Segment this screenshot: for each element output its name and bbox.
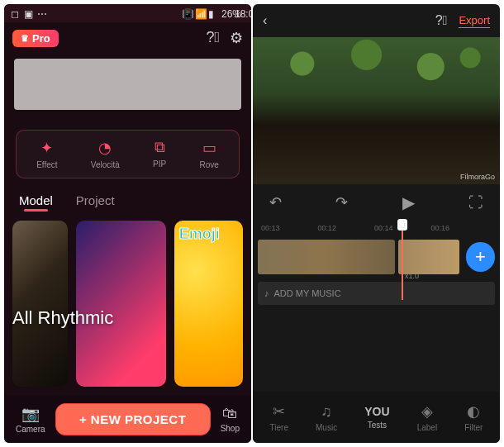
tool-tiere[interactable]: ✂ Tiere	[270, 402, 288, 432]
quick-tools: ✦ Effect ◔ Velocità ⧉ PIP ▭ Rove	[16, 130, 240, 178]
battery-text: 26%	[221, 8, 231, 18]
music-icon: ♫	[321, 403, 332, 421]
status-icons-left: ◻ ▣ ⋯	[11, 8, 47, 18]
music-label: ADD MY MUSIC	[274, 288, 341, 298]
ruler-tick: 00:12	[318, 224, 337, 232]
editor-toolbar: ✂ Tiere ♫ Music YOU Tests ◈ Label ◐ Filt…	[253, 392, 500, 443]
tool-pip[interactable]: ⧉ PIP	[153, 139, 166, 169]
tool-music[interactable]: ♫ Music	[316, 403, 337, 432]
redo-icon[interactable]: ↷	[335, 193, 348, 212]
editor-screen: ‹ ?⃝ Export FilmoraGo ↶ ↷ ▶ ⛶ 00:13 00:1…	[253, 4, 500, 443]
template-card[interactable]	[76, 221, 166, 387]
editor-top-bar: ‹ ?⃝ Export	[253, 4, 500, 37]
camera-icon: 📷	[21, 405, 40, 423]
effect-icon: ✦	[40, 139, 53, 157]
tool-effect[interactable]: ✦ Effect	[36, 139, 57, 169]
undo-icon[interactable]: ↶	[269, 193, 282, 212]
label-icon: ◈	[421, 402, 433, 421]
video-clip[interactable]	[258, 240, 395, 274]
tab-project[interactable]: Project	[76, 193, 115, 207]
rove-icon: ▭	[202, 139, 216, 157]
shop-icon: 🛍	[222, 405, 237, 422]
music-icon: ♪	[264, 288, 269, 298]
new-project-button[interactable]: + NEW PROJECT	[55, 403, 211, 435]
template-carousel[interactable]: Emoji All Rhythmic	[4, 212, 251, 395]
tool-velocity[interactable]: ◔ Velocità	[91, 139, 120, 169]
scissors-icon: ✂	[273, 402, 285, 421]
shop-button[interactable]: 🛍 Shop	[216, 402, 245, 436]
wifi-icon: 📶	[195, 8, 205, 18]
bottom-bar: 📷 Camera + NEW PROJECT 🛍 Shop	[4, 395, 251, 443]
camera-button[interactable]: 📷 Camera	[11, 402, 50, 437]
timeline-ruler: 00:13 00:12 00:14 00:16	[253, 221, 500, 235]
pro-badge[interactable]: ♛ Pro	[12, 30, 59, 47]
tool-text[interactable]: YOU Tests	[364, 405, 389, 430]
back-icon[interactable]: ‹	[263, 13, 267, 28]
music-track[interactable]: ♪ ADD MY MUSIC	[258, 282, 495, 305]
export-button[interactable]: Export	[459, 14, 490, 28]
ad-placeholder[interactable]	[14, 59, 241, 110]
tab-model[interactable]: Model	[19, 193, 53, 207]
ruler-tick: 00:13	[261, 224, 280, 232]
playhead[interactable]	[402, 221, 403, 300]
speed-icon: ◔	[98, 139, 112, 157]
tool-filter[interactable]: ◐ Filter	[464, 402, 483, 432]
signal-icon: ▮	[208, 8, 218, 18]
notification-icon: ⋯	[37, 8, 47, 18]
tool-label[interactable]: ◈ Label	[417, 402, 437, 432]
app-top-bar: ♛ Pro ?⃝ ⚙	[4, 22, 251, 54]
carousel-hero-label: All Rhythmic	[4, 307, 113, 329]
play-button[interactable]: ▶	[402, 193, 415, 212]
vibrate-icon: 📳	[182, 8, 192, 18]
video-preview[interactable]: FilmoraGo	[253, 37, 500, 184]
help-icon[interactable]: ?⃝	[435, 13, 448, 28]
android-status-bar: ◻ ▣ ⋯ 📳 📶 ▮ 26% 18:05	[4, 4, 251, 22]
home-screen: ◻ ▣ ⋯ 📳 📶 ▮ 26% 18:05 ♛ Pro ?⃝ ⚙ ✦ Effec…	[4, 4, 251, 443]
watermark: FilmoraGo	[460, 173, 495, 181]
timeline[interactable]: + x1.0	[253, 235, 500, 278]
help-icon[interactable]: ?⃝	[206, 29, 220, 47]
notification-icon: ▣	[24, 8, 34, 18]
add-clip-button[interactable]: +	[466, 242, 495, 272]
clock: 18:05	[235, 8, 245, 18]
pip-icon: ⧉	[155, 139, 165, 156]
status-icons-right: 📳 📶 ▮ 26% 18:05	[182, 8, 245, 18]
template-card[interactable]: Emoji	[174, 221, 243, 387]
video-clip[interactable]	[398, 240, 459, 274]
template-tabs: Model Project	[4, 187, 251, 212]
pro-label: Pro	[32, 32, 50, 45]
fullscreen-icon[interactable]: ⛶	[468, 194, 483, 212]
notification-icon: ◻	[11, 8, 21, 18]
crown-icon: ♛	[21, 33, 29, 44]
template-title: Emoji	[179, 226, 220, 243]
transport-controls: ↶ ↷ ▶ ⛶	[253, 184, 500, 221]
ruler-tick: 00:16	[431, 224, 450, 232]
ruler-tick: 00:14	[374, 224, 393, 232]
text-icon: YOU	[364, 405, 389, 418]
settings-icon[interactable]: ⚙	[230, 29, 243, 47]
tool-rove[interactable]: ▭ Rove	[199, 139, 218, 169]
template-card[interactable]	[12, 221, 68, 387]
filter-icon: ◐	[467, 402, 480, 421]
speed-indicator: x1.0	[405, 272, 419, 280]
